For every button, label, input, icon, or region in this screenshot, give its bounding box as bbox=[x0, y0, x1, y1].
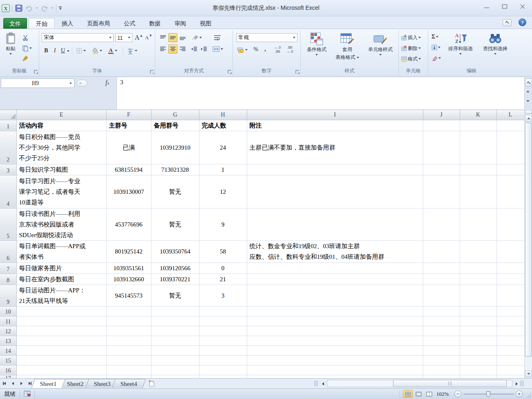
collapse-formula-bar-button[interactable] bbox=[525, 78, 532, 87]
cell-K1[interactable] bbox=[460, 120, 496, 131]
number-dialog-launcher[interactable] bbox=[295, 70, 299, 74]
cell-L3[interactable] bbox=[496, 164, 524, 175]
zoom-in-button[interactable]: + bbox=[516, 390, 523, 397]
cell-E1[interactable]: 活动内容 bbox=[16, 120, 106, 131]
previous-sheet-button[interactable] bbox=[9, 380, 16, 387]
insert-cells-button[interactable]: 插入 bbox=[400, 33, 422, 42]
tab-insert[interactable]: 插入 bbox=[55, 18, 80, 29]
cell-F2[interactable]: 已满 bbox=[106, 131, 151, 164]
cell-F8[interactable]: 1039132660 bbox=[106, 273, 151, 285]
formula-scroll-up[interactable] bbox=[526, 90, 530, 92]
name-box[interactable]: H9 bbox=[1, 78, 74, 88]
zoom-slider-thumb[interactable] bbox=[486, 391, 490, 397]
cell-E6[interactable]: 每日单词截图——APP或 者实体书 bbox=[16, 240, 106, 262]
orientation-button[interactable]: ab bbox=[190, 33, 203, 42]
cell-I15[interactable] bbox=[247, 355, 423, 365]
cell-L1[interactable] bbox=[496, 120, 524, 131]
cell-H9[interactable]: 3 bbox=[199, 285, 247, 306]
cell-K3[interactable] bbox=[460, 164, 496, 175]
cell-G11[interactable] bbox=[151, 316, 199, 326]
split-handle[interactable] bbox=[525, 110, 532, 114]
cell-E16[interactable] bbox=[16, 365, 106, 375]
align-center-button[interactable] bbox=[168, 45, 177, 54]
cell-F6[interactable]: 801925142 bbox=[106, 240, 151, 262]
cell-H17[interactable] bbox=[199, 375, 247, 378]
scroll-down-button[interactable] bbox=[525, 370, 532, 377]
cell-I2[interactable]: 主群已满不要加，直接加备用群 bbox=[247, 131, 423, 164]
cell-L6[interactable] bbox=[496, 240, 524, 262]
decrease-indent-button[interactable] bbox=[190, 45, 199, 54]
cell-J14[interactable] bbox=[423, 345, 460, 355]
cell-F16[interactable] bbox=[106, 365, 151, 375]
tab-formulas[interactable]: 公式 bbox=[117, 18, 142, 29]
cell-F12[interactable] bbox=[106, 326, 151, 336]
cell-I10[interactable] bbox=[247, 306, 423, 316]
cell-L12[interactable] bbox=[496, 326, 524, 336]
cell-L7[interactable] bbox=[496, 262, 524, 273]
format-cells-button[interactable]: 格式 bbox=[400, 54, 422, 63]
cell-J4[interactable] bbox=[423, 175, 460, 208]
maximize-button[interactable] bbox=[498, 2, 511, 11]
find-select-button[interactable]: 查找和选择 bbox=[478, 32, 512, 55]
align-bottom-button[interactable] bbox=[178, 33, 187, 42]
row-header-16[interactable]: 16 bbox=[0, 365, 16, 375]
cell-F4[interactable]: 1039130007 bbox=[106, 175, 151, 208]
normal-view-button[interactable] bbox=[403, 390, 413, 398]
vertical-scroll-thumb[interactable] bbox=[525, 123, 532, 356]
cell-G6[interactable]: 1039350764 bbox=[151, 240, 199, 262]
cell-G16[interactable] bbox=[151, 365, 199, 375]
cell-H8[interactable]: 21 bbox=[199, 273, 247, 285]
cell-I16[interactable] bbox=[247, 365, 423, 375]
cell-H3[interactable]: 1 bbox=[199, 164, 247, 175]
row-header-8[interactable]: 8 bbox=[0, 273, 16, 285]
cell-K2[interactable] bbox=[460, 131, 496, 164]
cell-G1[interactable]: 备用群号 bbox=[151, 120, 199, 131]
font-color-button[interactable]: A bbox=[107, 46, 118, 55]
cell-I8[interactable] bbox=[247, 273, 423, 285]
sheet-tab-sheet1[interactable]: Sheet1 bbox=[31, 379, 65, 388]
cell-G2[interactable]: 1039123910 bbox=[151, 131, 199, 164]
sort-filter-button[interactable]: A Z 排序和筛选 bbox=[445, 32, 476, 55]
cell-G10[interactable] bbox=[151, 306, 199, 316]
hscroll-left-button[interactable] bbox=[320, 380, 326, 388]
vertical-scrollbar[interactable] bbox=[524, 110, 532, 378]
cell-J10[interactable] bbox=[423, 306, 460, 316]
column-header-F[interactable]: F bbox=[106, 110, 151, 120]
formula-scroll-down[interactable] bbox=[526, 100, 530, 102]
cell-H12[interactable] bbox=[199, 326, 247, 336]
cell-K17[interactable] bbox=[460, 375, 496, 378]
cell-L16[interactable] bbox=[496, 365, 524, 375]
cell-F5[interactable]: 453776696 bbox=[106, 208, 151, 240]
cell-K14[interactable] bbox=[460, 345, 496, 355]
increase-font-button[interactable]: A▲ bbox=[134, 33, 143, 42]
cell-G15[interactable] bbox=[151, 355, 199, 365]
horizontal-scroll-thumb[interactable] bbox=[393, 380, 507, 387]
merge-center-button[interactable] bbox=[212, 45, 224, 54]
format-as-table-button[interactable]: 套用 表格格式 bbox=[333, 32, 362, 61]
decrease-decimal-button[interactable]: .00→.0 bbox=[284, 45, 295, 54]
select-all-corner[interactable] bbox=[0, 110, 16, 120]
cell-K13[interactable] bbox=[460, 336, 496, 345]
cell-F7[interactable]: 1039351561 bbox=[106, 262, 151, 273]
align-right-button[interactable] bbox=[178, 45, 187, 54]
column-header-E[interactable]: E bbox=[16, 110, 106, 120]
row-header-7[interactable]: 7 bbox=[0, 262, 16, 273]
cell-H2[interactable]: 24 bbox=[199, 131, 247, 164]
column-header-G[interactable]: G bbox=[151, 110, 199, 120]
cell-E11[interactable] bbox=[16, 316, 106, 326]
tab-data[interactable]: 数据 bbox=[142, 18, 168, 29]
cell-L10[interactable] bbox=[496, 306, 524, 316]
help-button[interactable]: ? bbox=[519, 18, 526, 26]
cell-J16[interactable] bbox=[423, 365, 460, 375]
cell-F1[interactable]: 主群号 bbox=[106, 120, 151, 131]
cell-E10[interactable] bbox=[16, 306, 106, 316]
cell-L13[interactable] bbox=[496, 336, 524, 345]
name-box-dropdown-arrow[interactable] bbox=[69, 83, 72, 84]
cell-I3[interactable] bbox=[247, 164, 423, 175]
cell-I1[interactable]: 附注 bbox=[247, 120, 423, 131]
cell-G8[interactable]: 1039370221 bbox=[151, 273, 199, 285]
autosum-button[interactable]: Σ bbox=[431, 32, 439, 41]
cell-G7[interactable]: 1039120566 bbox=[151, 262, 199, 273]
cell-G12[interactable] bbox=[151, 326, 199, 336]
cell-K12[interactable] bbox=[460, 326, 496, 336]
